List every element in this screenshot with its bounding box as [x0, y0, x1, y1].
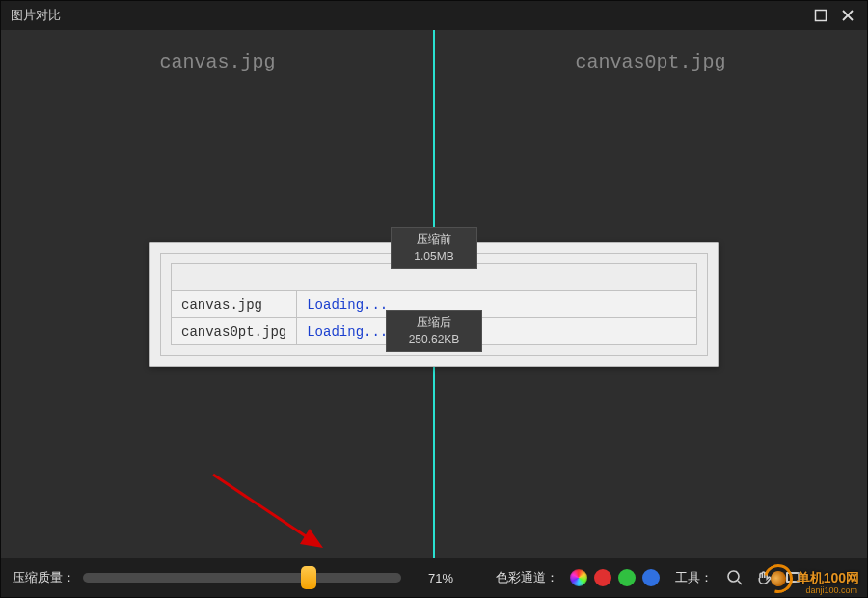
channel-red-icon[interactable] [594, 569, 611, 586]
size-after-tag: 压缩后 250.62KB [386, 310, 482, 352]
svg-rect-0 [816, 11, 827, 21]
hand-tool-icon[interactable] [753, 567, 774, 588]
titlebar: 图片对比 [1, 1, 867, 30]
color-channels [570, 569, 660, 586]
file-name-cell: canvas0pt.jpg [172, 318, 297, 345]
svg-line-3 [213, 475, 312, 540]
right-filename: canvas0pt.jpg [434, 51, 867, 73]
size-before-label: 压缩前 [400, 231, 468, 248]
bottombar: 压缩质量： 71% 色彩通道： 工具： [1, 558, 867, 597]
size-before-tag: 压缩前 1.05MB [391, 227, 477, 269]
quality-slider[interactable] [83, 573, 401, 583]
svg-point-5 [728, 571, 739, 582]
channel-all-icon[interactable] [570, 569, 587, 586]
annotation-arrow [205, 467, 331, 554]
slider-thumb[interactable] [301, 566, 316, 589]
size-before-value: 1.05MB [400, 248, 468, 265]
svg-marker-4 [300, 529, 323, 548]
fit-screen-icon[interactable] [782, 567, 803, 588]
tools-label: 工具： [675, 569, 713, 586]
compare-area: canvas.jpg canvas0pt.jpg 压缩前 1.05MB canv… [1, 30, 867, 558]
zoom-tool-icon[interactable] [724, 567, 746, 588]
svg-line-6 [738, 581, 742, 584]
file-name-cell: canvas.jpg [172, 291, 297, 318]
left-filename: canvas.jpg [1, 51, 434, 73]
svg-rect-8 [788, 574, 798, 581]
size-after-label: 压缩后 [395, 313, 473, 331]
window-title: 图片对比 [11, 7, 61, 24]
quality-percent: 71% [419, 571, 463, 585]
channel-blue-icon[interactable] [642, 569, 660, 586]
quality-label: 压缩质量： [13, 569, 75, 586]
maximize-button[interactable] [807, 2, 834, 29]
tools-group [724, 567, 803, 588]
channel-label: 色彩通道： [496, 569, 558, 586]
file-status-cell: Loading... [297, 291, 697, 318]
watermark-text: 单机100网 [797, 570, 859, 587]
watermark-sub: danji100.com [805, 585, 857, 595]
size-after-value: 250.62KB [395, 331, 473, 348]
channel-green-icon[interactable] [618, 569, 636, 586]
close-button[interactable] [834, 2, 861, 29]
file-status-cell: Loading... [297, 318, 697, 345]
